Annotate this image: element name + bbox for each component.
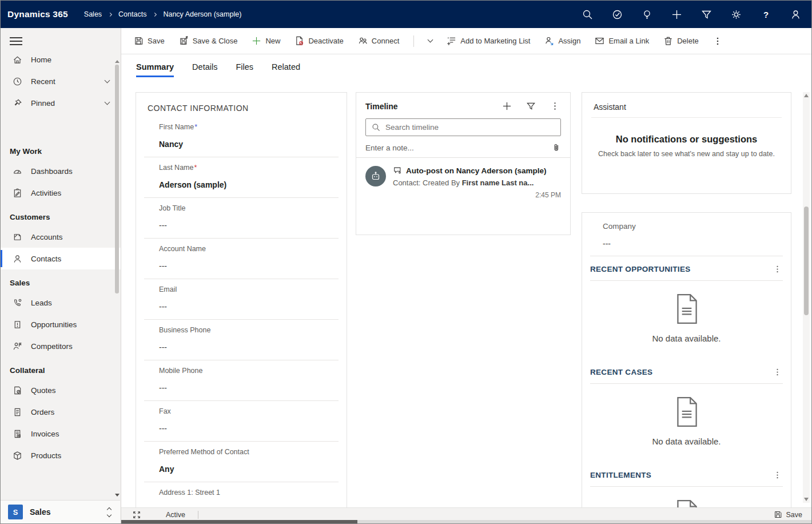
sidebar-item-dashboards[interactable]: Dashboards bbox=[1, 160, 121, 182]
deactivate-button[interactable]: Deactivate bbox=[294, 36, 343, 46]
field-value[interactable]: Nancy bbox=[159, 139, 339, 149]
chevron-down-icon[interactable] bbox=[105, 78, 110, 84]
tab-related[interactable]: Related bbox=[272, 62, 300, 77]
recent-cases-empty: No data available. bbox=[582, 384, 791, 453]
delete-button[interactable]: Delete bbox=[663, 36, 699, 46]
expand-form-icon[interactable] bbox=[133, 511, 141, 519]
field-label: Email bbox=[159, 285, 339, 295]
statusbar-save-button[interactable]: Save bbox=[774, 510, 803, 519]
tab-summary[interactable]: Summary bbox=[136, 62, 174, 77]
connect-split-chevron-icon[interactable] bbox=[428, 37, 433, 43]
add-icon[interactable] bbox=[671, 9, 682, 20]
email-a-link-button[interactable]: Email a Link bbox=[595, 36, 649, 46]
timeline-filter-icon[interactable] bbox=[526, 101, 536, 111]
field-label: Job Title bbox=[159, 204, 339, 213]
help-icon[interactable]: ? bbox=[761, 9, 771, 20]
field-value[interactable]: --- bbox=[159, 261, 339, 271]
scroll-down-icon[interactable] bbox=[804, 498, 809, 501]
new-button[interactable]: New bbox=[252, 36, 280, 46]
timeline-search-input[interactable] bbox=[385, 123, 555, 132]
main-scrollbar-thumb[interactable] bbox=[804, 207, 809, 315]
command-overflow-button[interactable] bbox=[713, 37, 722, 46]
sidebar-item-contacts[interactable]: Contacts bbox=[1, 248, 121, 269]
note-entry-row[interactable]: Enter a note... bbox=[365, 143, 561, 152]
filter-icon[interactable] bbox=[701, 9, 712, 20]
sidebar-item-activities[interactable]: Activities bbox=[1, 182, 121, 204]
add-to-marketing-list-button[interactable]: Add to Marketing List bbox=[447, 36, 530, 46]
assistant-empty-subtitle: Check back later to see what's new and s… bbox=[582, 150, 791, 158]
recent-opportunities-title: RECENT OPPORTUNITIES bbox=[590, 265, 691, 273]
scroll-down-icon[interactable] bbox=[115, 494, 120, 497]
plus-icon bbox=[252, 36, 261, 46]
breadcrumb-record[interactable]: Nancy Aderson (sample) bbox=[163, 10, 241, 18]
invoices-icon bbox=[13, 429, 22, 439]
sidebar-item-pinned[interactable]: Pinned bbox=[1, 92, 121, 114]
insights-icon[interactable] bbox=[642, 9, 652, 20]
search-icon[interactable] bbox=[582, 9, 593, 20]
assign-button[interactable]: Assign bbox=[544, 36, 580, 46]
timeline-more-icon[interactable] bbox=[550, 101, 560, 111]
sidebar-item-invoices[interactable]: Invoices bbox=[1, 423, 121, 444]
document-icon bbox=[674, 293, 700, 324]
section-more-icon[interactable] bbox=[773, 471, 782, 479]
breadcrumb-area[interactable]: Sales bbox=[84, 10, 102, 18]
sidebar-item-competitors[interactable]: Competitors bbox=[1, 335, 121, 357]
sidebar-item-quotes[interactable]: Quotes bbox=[1, 379, 121, 401]
field-last-name: Last Name* Aderson (sample) bbox=[144, 157, 339, 198]
sidebar-item-opportunities[interactable]: Opportunities bbox=[1, 313, 121, 335]
sidebar-section-sales: Sales bbox=[1, 269, 121, 292]
field-job-title: Job Title --- bbox=[144, 198, 339, 239]
form-tabs: Summary Details Files Related bbox=[136, 62, 300, 77]
field-label: Address 1: Street 1 bbox=[159, 488, 339, 498]
settings-icon[interactable] bbox=[731, 9, 742, 20]
account-icon[interactable] bbox=[790, 9, 801, 20]
field-fax: Fax --- bbox=[144, 401, 339, 442]
field-value[interactable]: --- bbox=[159, 301, 339, 312]
field-value[interactable]: Any bbox=[159, 464, 339, 474]
leads-icon bbox=[13, 298, 22, 308]
recent-cases-title: RECENT CASES bbox=[590, 368, 652, 376]
tab-details[interactable]: Details bbox=[192, 62, 217, 77]
sidebar-scrollbar-thumb[interactable] bbox=[115, 65, 119, 293]
timeline-post[interactable]: Auto-post on Nancy Aderson (sample) Cont… bbox=[356, 158, 570, 199]
breadcrumb-entity[interactable]: Contacts bbox=[118, 10, 146, 18]
area-switcher[interactable]: S Sales bbox=[1, 500, 120, 523]
save-and-close-button[interactable]: Save & Close bbox=[179, 36, 238, 46]
sidebar-scrollbar bbox=[114, 59, 120, 498]
trash-icon bbox=[663, 36, 673, 46]
scroll-up-icon[interactable] bbox=[115, 60, 120, 63]
sidebar-section-my-work: My Work bbox=[1, 138, 121, 160]
timeline-add-icon[interactable] bbox=[502, 101, 512, 111]
attach-paperclip-icon[interactable] bbox=[552, 143, 561, 152]
section-more-icon[interactable] bbox=[773, 368, 782, 376]
save-icon bbox=[774, 510, 782, 519]
my-tasks-icon[interactable] bbox=[612, 9, 623, 20]
dynamics-365-logo[interactable]: Dynamics 365 bbox=[7, 9, 68, 19]
field-value[interactable]: --- bbox=[159, 342, 339, 352]
field-address-1-street-1: Address 1: Street 1 bbox=[144, 482, 339, 505]
field-value[interactable]: --- bbox=[159, 220, 339, 231]
connect-button[interactable]: Connect bbox=[358, 36, 399, 46]
required-asterisk: * bbox=[194, 123, 197, 131]
sidebar-item-leads[interactable]: Leads bbox=[1, 292, 121, 313]
section-more-icon[interactable] bbox=[773, 265, 782, 273]
company-field-value[interactable]: --- bbox=[582, 231, 791, 256]
scroll-up-icon[interactable] bbox=[804, 94, 809, 97]
field-value[interactable]: --- bbox=[159, 423, 339, 434]
sidebar-item-orders[interactable]: Orders bbox=[1, 401, 121, 423]
field-label: Mobile Phone bbox=[159, 366, 339, 376]
sidebar-item-home[interactable]: Home bbox=[1, 49, 121, 70]
horizontal-scrollbar-thumb[interactable] bbox=[121, 520, 357, 523]
sidebar-item-products[interactable]: Products bbox=[1, 444, 121, 466]
entitlements-empty: No data available. bbox=[582, 487, 791, 507]
hamburger-menu-icon[interactable] bbox=[10, 36, 22, 46]
chevron-down-icon[interactable] bbox=[105, 100, 110, 105]
field-value[interactable]: --- bbox=[159, 383, 339, 393]
field-value[interactable]: Aderson (sample) bbox=[159, 180, 339, 190]
sidebar-item-accounts[interactable]: Accounts bbox=[1, 226, 121, 248]
home-icon bbox=[13, 55, 22, 65]
sidebar-item-recent[interactable]: Recent bbox=[1, 70, 121, 92]
save-button[interactable]: Save bbox=[134, 36, 165, 46]
tab-files[interactable]: Files bbox=[236, 62, 253, 77]
contacts-icon bbox=[13, 254, 22, 264]
